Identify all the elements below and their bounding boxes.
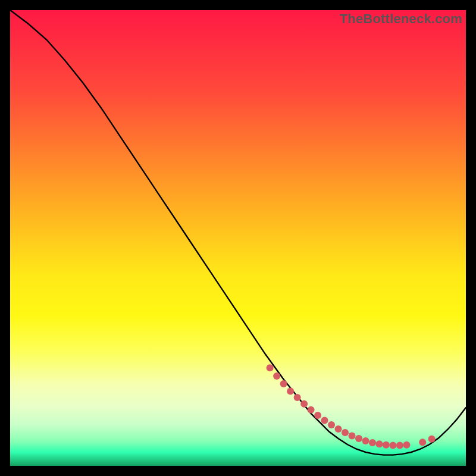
highlight-dot <box>349 432 356 439</box>
highlight-dot <box>396 442 403 449</box>
highlight-dot <box>383 441 390 449</box>
chart-svg <box>10 10 466 466</box>
highlight-dot <box>376 440 383 447</box>
highlight-dot <box>308 406 315 414</box>
highlight-dots-group <box>267 364 436 449</box>
highlight-dot <box>300 400 308 408</box>
watermark-label: TheBottleneck.com <box>340 11 462 27</box>
highlight-dot <box>342 429 349 436</box>
highlight-dot <box>314 412 321 419</box>
highlight-dot <box>294 394 301 401</box>
highlight-dot <box>335 425 342 433</box>
highlight-dot <box>273 372 280 380</box>
highlight-dot <box>362 437 369 444</box>
highlight-dot <box>267 364 274 371</box>
chart-frame: TheBottleneck.com <box>10 10 466 466</box>
highlight-dot <box>355 435 362 442</box>
highlight-dot <box>280 380 287 387</box>
highlight-dot <box>328 421 335 428</box>
highlight-dot <box>287 387 294 394</box>
bottleneck-curve-path <box>10 10 466 455</box>
highlight-dot <box>403 441 410 449</box>
highlight-dot <box>369 439 376 446</box>
highlight-dot <box>419 439 426 446</box>
highlight-dot <box>321 416 328 424</box>
highlight-dot <box>389 442 396 449</box>
highlight-dot <box>428 436 436 443</box>
